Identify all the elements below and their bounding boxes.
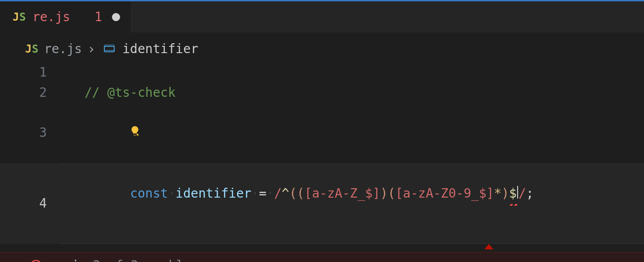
tok-equals: =: [259, 186, 267, 201]
problems-header[interactable]: re.js 3 of 3 problems: [0, 253, 644, 262]
tab-filename: re.js: [32, 9, 70, 24]
code-content[interactable]: // @ts-check: [59, 83, 644, 103]
tok-identifier: identifier: [175, 186, 251, 201]
dirty-indicator-icon[interactable]: [112, 13, 120, 21]
tok-dollar: $: [509, 186, 517, 201]
tok-star: *: [494, 186, 501, 201]
tab-error-count: 1: [94, 9, 102, 24]
tok-regex-close: /: [519, 186, 526, 201]
code-content[interactable]: [59, 103, 644, 163]
problems-file: re.js: [49, 258, 86, 262]
code-comment: // @ts-check: [85, 85, 175, 100]
js-file-icon: JS: [13, 11, 26, 23]
tok-rparen: ): [501, 186, 509, 201]
editor-tab[interactable]: JS re.js 1: [0, 1, 131, 32]
tok-lparen: (: [388, 186, 395, 201]
tok-rparen: ): [380, 186, 388, 201]
editor-line[interactable]: 1: [0, 63, 644, 83]
line-number: 1: [0, 63, 59, 83]
code-editor[interactable]: 1 2 // @ts-check 3 4 const·identifier·=·…: [0, 63, 644, 244]
tok-semicolon: ;: [526, 186, 534, 201]
editor-line[interactable]: 3: [0, 103, 644, 163]
svg-rect-1: [104, 45, 114, 50]
tok-char-class: [a-zA-Z_$]: [304, 186, 380, 201]
comment-text: // @ts-check: [85, 85, 175, 100]
line-number: 3: [0, 123, 59, 143]
breadcrumb[interactable]: JS re.js › identifier: [0, 32, 644, 63]
error-circle-icon: [30, 259, 42, 262]
tok-caret: ^: [282, 186, 289, 201]
lightbulb-quick-fix-icon[interactable]: [129, 125, 141, 137]
svg-rect-0: [104, 46, 114, 52]
text-cursor: [517, 186, 518, 199]
code-content[interactable]: const·identifier·=·/^(([a-zA-Z_$])([a-zA…: [59, 163, 644, 244]
tok-const: const: [130, 186, 168, 201]
problems-panel: re.js 3 of 3 problems ')' expected. ts(1…: [0, 252, 644, 262]
tok-lparen: (: [297, 186, 304, 201]
js-file-icon: JS: [25, 43, 39, 55]
tok-char-class: [a-zA-Z0-9_$]: [395, 186, 494, 201]
whitespace-dot: ·: [267, 186, 274, 201]
editor-line[interactable]: 2 // @ts-check: [0, 83, 644, 103]
problems-count: 3 of 3 problems: [93, 258, 206, 262]
tab-bar: JS re.js 1: [0, 0, 644, 32]
breadcrumb-file[interactable]: re.js: [44, 41, 82, 56]
tok-lparen: (: [289, 186, 297, 201]
chevron-right-icon: ›: [87, 42, 95, 56]
svg-point-2: [31, 260, 41, 262]
variable-symbol-icon: [103, 44, 116, 54]
editor-line[interactable]: 4 const·identifier·=·/^(([a-zA-Z_$])([a-…: [0, 163, 644, 244]
line-number: 4: [0, 194, 59, 214]
error-squiggle: $: [509, 184, 517, 204]
breadcrumb-symbol[interactable]: identifier: [122, 41, 198, 56]
whitespace-dot: ·: [168, 186, 175, 201]
whitespace-dot: ·: [251, 186, 259, 201]
error-arrow-icon: [484, 244, 493, 249]
tok-regex-open: /: [274, 186, 282, 201]
line-number: 2: [0, 83, 59, 103]
